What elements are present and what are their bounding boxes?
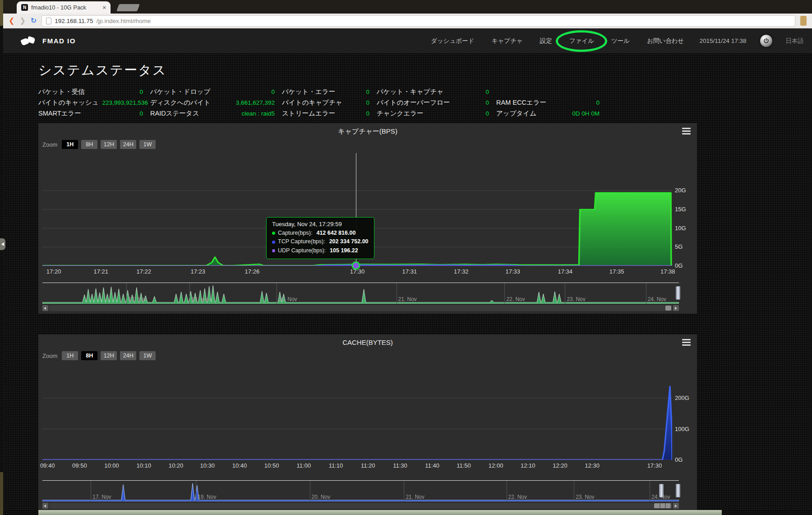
tooltip-value: 105 196.22 bbox=[330, 246, 358, 255]
zoom-button-12h[interactable]: 12H bbox=[101, 351, 117, 360]
scrollbar-track[interactable] bbox=[49, 305, 672, 311]
x-tick-12:00: 12:00 bbox=[489, 462, 503, 469]
status-cell-r1c3: バイトのオーバーフロー0 bbox=[377, 98, 496, 107]
status-value: 0 bbox=[139, 88, 143, 95]
status-value: 223,993,921,536 bbox=[102, 99, 148, 106]
reload-button[interactable]: ↻ bbox=[31, 17, 37, 24]
navigator-date-19Nov: 19. Nov bbox=[189, 296, 210, 302]
tooltip-label: TCP Capture(bps): bbox=[278, 237, 325, 246]
brand[interactable]: FMAD IO bbox=[21, 36, 76, 46]
url-host: 192.168.11.75 bbox=[55, 18, 93, 24]
nav-item-files[interactable]: ファイル bbox=[567, 33, 596, 49]
x-tick-12:10: 12:10 bbox=[521, 462, 535, 469]
x-tick-10:30: 10:30 bbox=[200, 462, 215, 469]
navigator-date-20Nov: 20. Nov bbox=[277, 296, 297, 302]
zoom-button-1h[interactable]: 1H bbox=[62, 140, 78, 149]
fmadio-logo-icon bbox=[21, 36, 37, 46]
x-tick-17:33: 17:33 bbox=[506, 268, 521, 275]
navigator-handle[interactable] bbox=[676, 286, 680, 300]
status-value: 0 bbox=[485, 88, 489, 95]
toolbar-extension-icon[interactable] bbox=[800, 16, 807, 26]
scrollbar-thumb[interactable] bbox=[654, 503, 671, 508]
status-label: パケット・キャプチャ bbox=[377, 88, 443, 96]
zoom-button-24h[interactable]: 24H bbox=[120, 140, 136, 149]
status-cell-r1c2: バイトのキャプチャ0 bbox=[282, 98, 377, 107]
scrollbar-thumb[interactable] bbox=[665, 306, 671, 311]
forward-button[interactable]: ❯ bbox=[19, 17, 25, 24]
brand-name: FMAD IO bbox=[42, 37, 76, 45]
capture-chart-plot-area[interactable]: 0G5G10G15G20G Tuesday, Nov 24, 17:29:59C… bbox=[42, 153, 672, 266]
zoom-button-12h[interactable]: 12H bbox=[101, 140, 117, 149]
scrollbar-left-button[interactable] bbox=[42, 305, 48, 311]
scrollbar-right-button[interactable] bbox=[673, 503, 679, 509]
power-icon bbox=[763, 37, 770, 44]
chart-menu-button[interactable] bbox=[682, 128, 691, 136]
tooltip-value: 202 334 752.00 bbox=[329, 237, 369, 246]
tooltip-row: TCP Capture(bps):202 334 752.00 bbox=[272, 237, 369, 246]
navigator-handle[interactable] bbox=[659, 484, 664, 497]
y-tick-15G: 15G bbox=[675, 206, 686, 213]
status-label: バイトのキャッシュ bbox=[38, 98, 99, 107]
chart-navigator[interactable]: 17. Nov19. Nov20. Nov21. Nov22. Nov23. N… bbox=[42, 283, 679, 304]
cache-chart-svg[interactable] bbox=[42, 364, 672, 460]
nav-item-settings[interactable]: 設定 bbox=[538, 33, 554, 49]
x-tick-17:23: 17:23 bbox=[191, 268, 206, 275]
cache-chart-plot-area[interactable]: 0G100G200G bbox=[42, 364, 672, 460]
zoom-button-24h[interactable]: 24H bbox=[120, 351, 136, 360]
series-dot-icon bbox=[272, 232, 275, 235]
status-value: 0 bbox=[366, 99, 369, 106]
status-value: 0 bbox=[596, 99, 600, 106]
status-value: 0 bbox=[139, 110, 143, 117]
zoom-button-1h[interactable]: 1H bbox=[62, 351, 78, 360]
status-value: 0 bbox=[366, 88, 369, 95]
status-cell-r2c1: RAIDステータスclean : raid5 bbox=[150, 109, 282, 118]
screen-edge-collapse-tab[interactable] bbox=[0, 238, 5, 250]
nav-item-label: お問い合わせ bbox=[647, 37, 684, 44]
series-dot-icon bbox=[272, 249, 275, 252]
status-label: パケット・ドロップ bbox=[150, 88, 210, 96]
nav-item-dashboard[interactable]: ダッシュボード bbox=[429, 33, 476, 49]
browser-window: N fmadio10 - 10G Pack × ❮ ❯ ↻ 192.168.11… bbox=[3, 0, 812, 510]
x-tick-11:40: 11:40 bbox=[425, 462, 439, 469]
zoom-controls: Zoom1H8H12H24H1W bbox=[38, 349, 697, 363]
status-cell-r1c0: バイトのキャッシュ223,993,921,536 bbox=[38, 98, 150, 107]
nav-item-capture[interactable]: キャプチャ bbox=[490, 33, 525, 49]
zoom-button-1w[interactable]: 1W bbox=[139, 351, 156, 360]
zoom-button-8h[interactable]: 8H bbox=[81, 351, 97, 360]
browser-tab[interactable]: N fmadio10 - 10G Pack × bbox=[17, 1, 111, 14]
status-value: 0 bbox=[271, 88, 275, 95]
zoom-button-1w[interactable]: 1W bbox=[139, 140, 156, 149]
url-bar[interactable]: 192.168.11.75/jp.index.html#home bbox=[42, 15, 795, 27]
navigator-handle[interactable] bbox=[676, 484, 680, 497]
x-tick-17:30: 17:30 bbox=[647, 462, 662, 469]
status-label: パケット・エラー bbox=[282, 88, 335, 96]
zoom-label: Zoom bbox=[42, 353, 57, 359]
chart-menu-button[interactable] bbox=[682, 339, 691, 347]
nav-item-contact[interactable]: お問い合わせ bbox=[645, 33, 686, 49]
status-cell-r0c0: パケット・受信0 bbox=[38, 88, 150, 96]
scrollbar-left-button[interactable] bbox=[42, 503, 48, 509]
new-tab-button[interactable] bbox=[116, 4, 140, 11]
capture-chart-title: キャプチャー(BPS) bbox=[38, 123, 697, 136]
scrollbar-track[interactable] bbox=[49, 503, 672, 509]
scrollbar-right-button[interactable] bbox=[673, 305, 679, 311]
nav-item-tools[interactable]: ツール bbox=[609, 33, 632, 49]
chart-scrollbar bbox=[42, 305, 679, 311]
x-tick-17:35: 17:35 bbox=[609, 268, 624, 275]
back-button[interactable]: ❮ bbox=[9, 17, 14, 24]
y-tick-200G: 200G bbox=[675, 394, 689, 401]
status-label: RAM ECCエラー bbox=[496, 98, 546, 107]
language-toggle[interactable]: 日本語 bbox=[786, 37, 804, 45]
tooltip-row: Capture(bps):412 642 816.00 bbox=[272, 229, 369, 237]
x-tick-10:40: 10:40 bbox=[232, 462, 247, 469]
nav-item-label: ツール bbox=[611, 37, 630, 44]
tab-close-icon[interactable]: × bbox=[102, 4, 106, 11]
x-tick-10:20: 10:20 bbox=[169, 462, 184, 469]
navigator-date-22Nov: 22. Nov bbox=[504, 296, 525, 302]
power-button[interactable] bbox=[760, 35, 772, 47]
zoom-button-8h[interactable]: 8H bbox=[81, 140, 97, 149]
status-label: ストリームエラー bbox=[282, 109, 335, 118]
chart-navigator[interactable]: 17. Nov19. Nov20. Nov21. Nov22. Nov23. N… bbox=[42, 480, 679, 501]
nav-item-label: キャプチャ bbox=[492, 37, 523, 44]
navigator-date-22Nov: 22. Nov bbox=[507, 494, 527, 500]
